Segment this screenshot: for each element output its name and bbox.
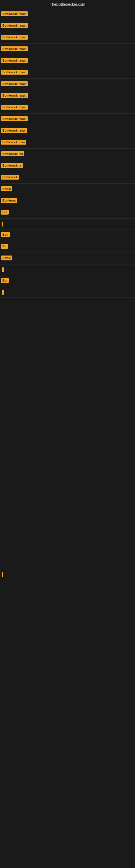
bottleneck-badge: Bottleneck result (1, 116, 28, 121)
result-row: Bottleneck result (0, 114, 135, 125)
bottleneck-badge: Bottleneck resul (1, 128, 27, 133)
result-row: Bottlenec (0, 195, 135, 207)
bottleneck-badge: Bottleneck result (1, 11, 28, 16)
result-row: Bottleneck resul (0, 125, 135, 137)
bottleneck-badge: Bottleneck result (1, 70, 28, 74)
bottleneck-badge: Bottleneck result (1, 93, 28, 98)
result-row (0, 219, 135, 229)
bottleneck-badge: Bot (1, 278, 9, 283)
result-row (0, 287, 135, 298)
site-title: TheBottlenecker.com (0, 0, 135, 9)
result-row: Bottleneck result (0, 9, 135, 20)
result-row: Bottleneck result (0, 102, 135, 114)
bottleneck-badge: Bottleneck result (1, 23, 28, 28)
bottleneck-bar (2, 268, 4, 272)
result-row: Bottleneck result (0, 44, 135, 55)
bottleneck-bar (2, 290, 4, 294)
result-row: Bottleneck res (0, 149, 135, 160)
result-row (0, 265, 135, 275)
result-row: Bottleneck resu (0, 137, 135, 149)
bottleneck-badge: Bot (1, 210, 9, 215)
result-row: Bo (0, 241, 135, 253)
bottleneck-badge: Bottleneck re (1, 163, 23, 168)
bottleneck-badge: Bottleneck result (1, 105, 28, 110)
bottleneck-badge: Bottleneck result (1, 46, 28, 51)
bottleneck-badge: Bottleneck resu (1, 140, 26, 145)
bottleneck-badge: Bottlenec (1, 198, 17, 203)
bottleneck-badge: Bottleneck res (1, 151, 24, 156)
result-row: Bottleneck result (0, 55, 135, 67)
result-row: Bot (0, 275, 135, 287)
bottleneck-badge: Bottle (1, 186, 12, 191)
result-row: Bot (0, 207, 135, 219)
result-row: Bottleneck result (0, 67, 135, 79)
result-row: Bottleneck re (0, 160, 135, 172)
bottleneck-badge: Bottleneck result (1, 35, 28, 40)
result-row: Bottleneck result (0, 32, 135, 44)
bottleneck-badge: Bo (1, 244, 8, 249)
final-bar-row (0, 569, 135, 579)
bottleneck-badge: Bottle (1, 255, 12, 260)
result-row: Bottleneck (0, 172, 135, 184)
bottleneck-badge: Bottleneck result (1, 82, 28, 86)
result-row: Bottleneck result (0, 90, 135, 102)
bottleneck-bar (2, 222, 3, 226)
bottleneck-bar-final (2, 572, 3, 577)
result-row: Bottle (0, 253, 135, 265)
result-row: Bott (0, 229, 135, 241)
result-row: Bottle (0, 184, 135, 195)
bottleneck-badge: Bottleneck result (1, 58, 28, 63)
result-row: Bottleneck result (0, 20, 135, 32)
bottleneck-badge: Bottleneck (1, 175, 19, 180)
result-row: Bottleneck result (0, 79, 135, 90)
bottleneck-badge: Bott (1, 232, 10, 237)
